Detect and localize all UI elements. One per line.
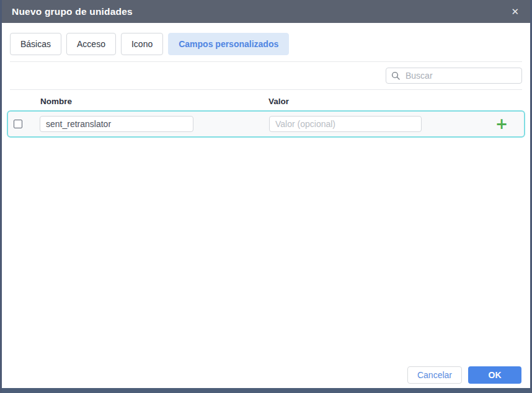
dialog-bottom-bar <box>2 388 530 393</box>
dialog-title: Nuevo grupo de unidades <box>12 6 133 17</box>
tab-bar: Básicas Acceso Icono Campos personalizad… <box>2 23 530 61</box>
search-input[interactable] <box>404 70 516 81</box>
add-row-icon[interactable]: + <box>495 117 508 131</box>
column-header-valor: Valor <box>268 97 289 106</box>
cancel-button[interactable]: Cancelar <box>407 366 462 384</box>
close-icon[interactable]: ✕ <box>508 4 521 19</box>
table-header-row: Nombre Valor <box>2 90 530 110</box>
search-icon <box>391 71 400 80</box>
row-checkbox[interactable] <box>14 120 22 128</box>
search-box[interactable] <box>386 68 522 84</box>
dialog-titlebar: Nuevo grupo de unidades ✕ <box>2 0 530 23</box>
tab-campos-personalizados[interactable]: Campos personalizados <box>168 33 289 55</box>
search-row <box>2 62 530 89</box>
column-header-nombre: Nombre <box>40 97 268 106</box>
table-row: + <box>7 110 525 138</box>
name-field[interactable] <box>40 116 193 132</box>
new-unit-group-dialog: Nuevo grupo de unidades ✕ Básicas Acceso… <box>0 0 532 393</box>
tab-basicas[interactable]: Básicas <box>10 33 61 55</box>
ok-button[interactable]: OK <box>468 366 521 384</box>
value-field[interactable] <box>269 116 422 132</box>
dialog-content: Básicas Acceso Icono Campos personalizad… <box>2 23 530 388</box>
tab-icono[interactable]: Icono <box>121 33 163 55</box>
tab-acceso[interactable]: Acceso <box>66 33 116 55</box>
footer-buttons: Cancelar OK <box>2 366 530 388</box>
